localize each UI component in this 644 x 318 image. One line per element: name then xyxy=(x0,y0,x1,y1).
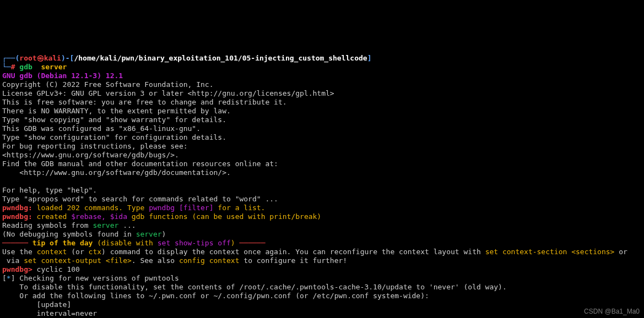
tip-disable-cmd: set show-tips off xyxy=(158,239,231,247)
tip-l1a: Use the xyxy=(2,248,37,256)
gdb-help2: Type "apropos word" to search for comman… xyxy=(2,195,278,203)
prompt-skull-icon: ㉿ xyxy=(37,54,44,62)
tip-l2b: . See also xyxy=(132,256,179,265)
hint1: To disable this functionality, set the c… xyxy=(2,283,507,291)
prompt-path: /home/kali/pwn/binary_exploitation_101/0… xyxy=(74,54,367,62)
prompt-bracket-end: ] xyxy=(367,54,372,62)
gdb-manual1: Find the GDB manual and other documentat… xyxy=(2,160,278,168)
rule-left: ────── xyxy=(2,239,28,247)
hint3: [update] xyxy=(2,300,71,309)
tip-l1d: or xyxy=(614,248,627,256)
no-debug-1: (No debugging symbols found in xyxy=(2,230,136,238)
no-debug-2: ) xyxy=(162,230,166,238)
gdb-free1: This is free software: you are free to c… xyxy=(2,98,287,106)
cmd-gdb: gdb xyxy=(19,63,32,71)
gdb-help1: For help, type "help". xyxy=(2,186,97,194)
gdb-bug1: For bug reporting instructions, please s… xyxy=(2,142,188,150)
gdb-configured: This GDB was configured as "x86_64-linux… xyxy=(2,124,201,133)
tip-l1c: ) command to display the context once ag… xyxy=(101,248,485,256)
hint4: interval=never xyxy=(2,309,97,317)
gdb-license: License GPLv3+: GNU GPL version 3 or lat… xyxy=(2,89,334,97)
pwndbg-label: pwndbg: xyxy=(2,204,33,212)
tip-disable2: ) xyxy=(231,239,240,247)
gdb-show-conf: Type "show configuration" for configurat… xyxy=(2,133,226,141)
cmd-cyclic: cyclic 100 xyxy=(33,265,80,273)
pwndbg-label2: pwndbg: xyxy=(2,212,33,221)
star-icon: * xyxy=(7,274,11,282)
rule-right: ────── xyxy=(240,239,266,247)
pwndbg-loaded3: for a list. xyxy=(214,204,266,212)
hint2: Or add the following lines to ~/.pwn.con… xyxy=(2,292,429,300)
gdb-free2: There is NO WARRANTY, to the extent perm… xyxy=(2,107,231,115)
gdb-manual2: <http://www.gnu.org/software/gdb/documen… xyxy=(2,168,231,177)
gdb-bug2: <https://www.gnu.org/software/gdb/bugs/>… xyxy=(2,151,179,159)
prompt-bracket: ┌──( xyxy=(2,54,19,62)
reading-symbols-2: ... xyxy=(118,221,136,229)
pwndbg-prompt: pwndbg> xyxy=(2,265,33,273)
tip-disable1: (disable with xyxy=(93,239,157,247)
watermark: CSDN @Ba1_Ma0 xyxy=(584,307,640,316)
prompt-user: root xyxy=(19,54,36,62)
gdb-copyright: Copyright (C) 2022 Free Software Foundat… xyxy=(2,80,214,89)
gdb-show-copying: Type "show copying" and "show warranty" … xyxy=(2,116,226,124)
no-debug-target: server xyxy=(136,230,162,238)
tip-set-cs: set context-section <sections> xyxy=(485,248,615,256)
tip-set-co: set context-output <file> xyxy=(24,256,132,265)
reading-symbols-1: Reading symbols from xyxy=(2,221,93,229)
tip-l1b: (or xyxy=(67,248,88,256)
tip-ctx: ctx xyxy=(89,248,101,256)
pwndbg-loaded-cmd: pwndbg [filter] xyxy=(149,204,213,212)
pwndbg-created1: created xyxy=(33,212,71,221)
prompt-bracket-mid: )-[ xyxy=(61,54,74,62)
prompt-host: kali xyxy=(44,54,61,62)
tip-l2c: to configure it further! xyxy=(239,256,347,265)
pwndbg-loaded1: loaded 202 commands. Type xyxy=(33,204,149,212)
pwndbg-created2: gdb functions (can be used with print/br… xyxy=(127,212,321,221)
reading-symbols-target: server xyxy=(93,221,118,229)
terminal-output[interactable]: ┌──(root㉿kali)-[/home/kali/pwn/binary_ex… xyxy=(0,44,644,318)
prompt-hash: # xyxy=(11,63,15,71)
cmd-arg-server: server xyxy=(41,63,67,71)
tip-context: context xyxy=(37,248,67,256)
pwndbg-vars: $rebase, $ida xyxy=(71,212,127,221)
tip-l2a: via xyxy=(2,256,24,265)
tip-config-ctx: config context xyxy=(179,256,240,265)
check-versions: Checking for new versions of pwntools xyxy=(15,274,178,282)
tip-label: tip of the day xyxy=(28,239,93,247)
gdb-version: GNU gdb (Debian 12.1-3) 12.1 xyxy=(2,72,123,80)
prompt-l2-prefix: └─ xyxy=(2,63,11,71)
